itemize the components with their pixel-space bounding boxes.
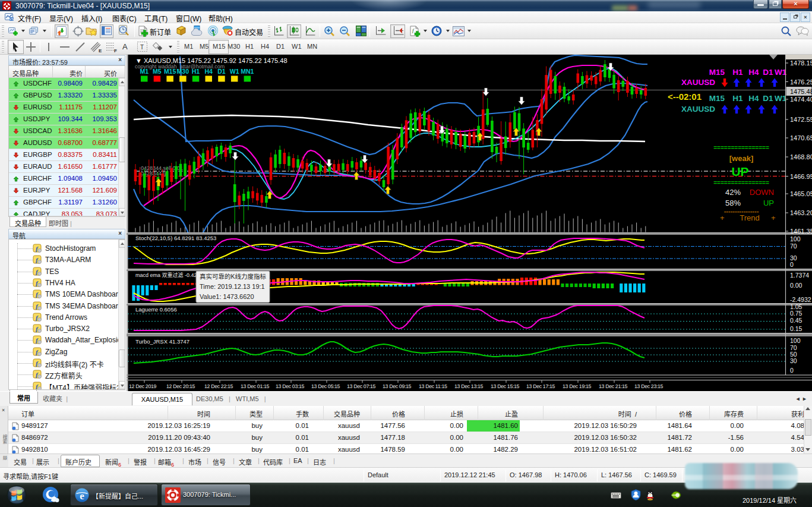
svg-text:100: 100 [790, 337, 801, 344]
svg-text:e: e [80, 490, 84, 502]
svg-text:58%: 58% [725, 199, 741, 207]
svg-text:Turbo_JRSX 41.3747: Turbo_JRSX 41.3747 [135, 338, 189, 345]
svg-text:H4: H4 [748, 68, 759, 77]
svg-text:M15: M15 [709, 94, 725, 103]
svg-text:MN1: MN1 [241, 68, 254, 75]
svg-text:Stoch(22,10,5) 64.8291 83.4253: Stoch(22,10,5) 64.8291 83.4253 [135, 235, 216, 241]
svg-text:XAUUSD: XAUUSD [681, 78, 715, 87]
svg-text:D1: D1 [763, 94, 773, 103]
svg-text:0: 0 [790, 367, 794, 374]
svg-text:12 Dec 20:15: 12 Dec 20:15 [166, 383, 195, 389]
svg-text:1461.35: 1461.35 [790, 228, 812, 235]
svg-text:13 Dec 07:15: 13 Dec 07:15 [347, 383, 376, 389]
svg-text:30: 30 [790, 357, 797, 364]
svg-text:13 Dec 05:15: 13 Dec 05:15 [311, 383, 340, 389]
svg-text:13 Dec 03:15: 13 Dec 03:15 [276, 383, 305, 389]
svg-text:1474.40: 1474.40 [790, 96, 812, 103]
svg-text:0.00: 0.00 [790, 282, 802, 289]
svg-text:70: 70 [790, 243, 797, 250]
svg-text:真实可靠的K线力度指标: 真实可靠的K线力度指标 [200, 273, 267, 280]
svg-text:E: E [99, 48, 102, 53]
svg-text:DOWN: DOWN [750, 188, 774, 197]
svg-text:H1: H1 [192, 68, 200, 75]
svg-text:W1: W1 [230, 68, 239, 75]
svg-text:<--02:01: <--02:01 [668, 92, 702, 102]
svg-text:W1: W1 [775, 94, 787, 103]
svg-text:H1: H1 [732, 94, 743, 103]
svg-text:M30: M30 [177, 68, 189, 75]
svg-text:1476.25: 1476.25 [790, 78, 812, 86]
svg-text:M15: M15 [709, 68, 725, 77]
svg-text:13 Dec 21:15: 13 Dec 21:15 [599, 383, 628, 389]
svg-text:M15: M15 [164, 68, 176, 75]
svg-text:+: + [720, 213, 725, 222]
svg-text:1.7374: 1.7374 [790, 272, 809, 279]
svg-text:13 Dec 11:15: 13 Dec 11:15 [419, 383, 447, 389]
svg-text:D1: D1 [763, 68, 773, 77]
svg-text:13 Dec 01:15: 13 Dec 01:15 [241, 383, 270, 389]
svg-text:W1: W1 [775, 68, 787, 77]
svg-text:UP: UP [763, 199, 774, 207]
svg-text:1472.55: 1472.55 [790, 116, 812, 123]
svg-text:Trend: Trend [740, 213, 759, 222]
svg-text:13 Dec 09:15: 13 Dec 09:15 [383, 383, 412, 389]
svg-text:42%: 42% [725, 188, 741, 197]
svg-text:13 Dec 19:15: 13 Dec 19:15 [563, 383, 592, 389]
svg-text:+: + [771, 213, 776, 222]
svg-text:13 Dec 17:15: 13 Dec 17:15 [526, 383, 555, 389]
svg-text:VS: VS [10, 17, 14, 21]
svg-text:0.15: 0.15 [790, 325, 802, 332]
svg-text:0.75: 0.75 [790, 310, 802, 317]
svg-text:H4: H4 [204, 68, 213, 75]
svg-text:D1: D1 [217, 68, 226, 75]
svg-text:================: ================ [713, 180, 769, 186]
svg-text:1466.95: 1466.95 [790, 173, 812, 180]
svg-text:M1: M1 [140, 68, 149, 75]
svg-text:T: T [140, 44, 144, 51]
svg-text:Time: 2019.12.13 19:1: Time: 2019.12.13 19:1 [200, 283, 265, 290]
svg-text:13 Dec 13:15: 13 Dec 13:15 [454, 383, 484, 389]
svg-text:UP: UP [731, 165, 748, 178]
svg-text:H4: H4 [748, 94, 759, 103]
svg-text:[weak]: [weak] [729, 154, 753, 163]
svg-text:Value1: 1473.6620: Value1: 1473.6620 [200, 293, 254, 300]
svg-text:100: 100 [790, 235, 801, 243]
svg-text:F: F [114, 48, 117, 53]
svg-text:1475.48: 1475.48 [790, 88, 812, 95]
svg-text:12 Dec 22:15: 12 Dec 22:15 [204, 383, 233, 389]
svg-text:13 Dec 15:15: 13 Dec 15:15 [491, 383, 520, 389]
svg-text:1470.65: 1470.65 [790, 134, 812, 141]
svg-text:XAUUSD: XAUUSD [681, 105, 715, 114]
svg-text:0.45: 0.45 [790, 317, 802, 324]
svg-text:Laguerre 0.6056: Laguerre 0.6056 [135, 306, 177, 313]
svg-text:H1: H1 [732, 68, 743, 77]
svg-text:1468.80: 1468.80 [790, 153, 812, 160]
svg-text:-2.4932: -2.4932 [790, 296, 811, 303]
svg-text:1465.05: 1465.05 [790, 190, 812, 197]
svg-text:0: 0 [790, 261, 794, 268]
svg-text:1478.15: 1478.15 [790, 59, 812, 67]
svg-text:1463.20: 1463.20 [790, 209, 812, 216]
svg-text:12 Dec 2019: 12 Dec 2019 [129, 383, 156, 389]
svg-text:================: ================ [713, 144, 769, 151]
svg-text:M5: M5 [153, 68, 162, 75]
svg-text:13 Dec 23:15: 13 Dec 23:15 [634, 383, 663, 389]
